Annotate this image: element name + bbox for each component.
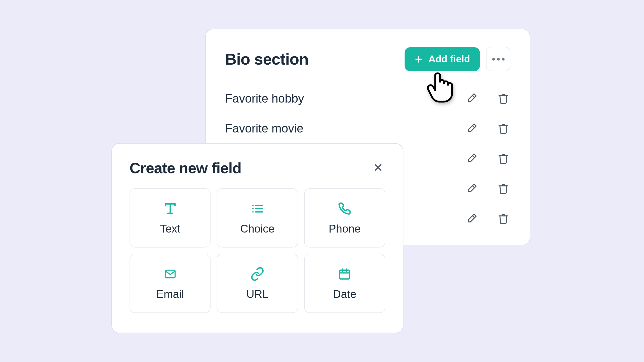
- field-row: Favorite movie: [225, 114, 510, 144]
- field-type-label: Date: [333, 288, 356, 300]
- bio-header: Bio section Add field: [225, 47, 510, 71]
- field-actions: [464, 121, 510, 135]
- list-icon: [250, 201, 265, 216]
- field-type-date[interactable]: Date: [304, 254, 385, 313]
- field-type-label: URL: [246, 288, 268, 300]
- field-type-label: Choice: [240, 222, 275, 235]
- modal-header: Create new field: [130, 160, 385, 177]
- field-type-email[interactable]: Email: [130, 254, 211, 313]
- envelope-icon: [163, 266, 177, 281]
- close-modal-button[interactable]: [371, 161, 385, 175]
- edit-field-button[interactable]: [464, 152, 478, 166]
- more-options-button[interactable]: [486, 47, 510, 71]
- field-label: Favorite movie: [225, 122, 464, 135]
- edit-field-button[interactable]: [464, 121, 478, 135]
- plus-icon: [414, 55, 423, 63]
- edit-field-button[interactable]: [464, 182, 478, 196]
- field-type-choice[interactable]: Choice: [217, 188, 298, 248]
- field-type-text[interactable]: Text: [130, 188, 211, 248]
- delete-field-button[interactable]: [496, 212, 510, 226]
- edit-field-button[interactable]: [464, 92, 478, 106]
- modal-title: Create new field: [130, 160, 371, 177]
- ellipsis-icon: [492, 58, 504, 60]
- field-actions: [464, 152, 510, 166]
- field-actions: [464, 182, 510, 196]
- add-field-button[interactable]: Add field: [405, 47, 480, 71]
- close-icon: [373, 162, 383, 174]
- svg-point-9: [252, 204, 254, 206]
- field-actions: [464, 92, 510, 106]
- svg-rect-13: [340, 270, 350, 279]
- bio-section-title: Bio section: [225, 50, 398, 68]
- link-icon: [250, 266, 264, 281]
- field-label: Favorite hobby: [225, 92, 464, 105]
- delete-field-button[interactable]: [496, 121, 510, 135]
- field-row: Favorite hobby: [225, 83, 510, 114]
- add-field-label: Add field: [428, 53, 470, 65]
- phone-icon: [338, 201, 351, 216]
- field-type-grid: Text Choice Phone Email: [130, 188, 385, 313]
- svg-point-10: [252, 208, 254, 209]
- field-type-label: Email: [156, 288, 184, 300]
- calendar-icon: [338, 266, 351, 281]
- field-actions: [464, 212, 510, 226]
- create-field-modal: Create new field Text Choice: [111, 143, 403, 333]
- edit-field-button[interactable]: [464, 212, 478, 226]
- field-type-phone[interactable]: Phone: [304, 188, 385, 248]
- field-type-url[interactable]: URL: [217, 254, 298, 313]
- svg-point-11: [252, 211, 254, 212]
- field-type-label: Phone: [329, 222, 360, 235]
- delete-field-button[interactable]: [496, 182, 510, 196]
- delete-field-button[interactable]: [496, 152, 510, 166]
- text-icon: [163, 201, 177, 216]
- field-type-label: Text: [160, 222, 180, 235]
- delete-field-button[interactable]: [496, 92, 510, 106]
